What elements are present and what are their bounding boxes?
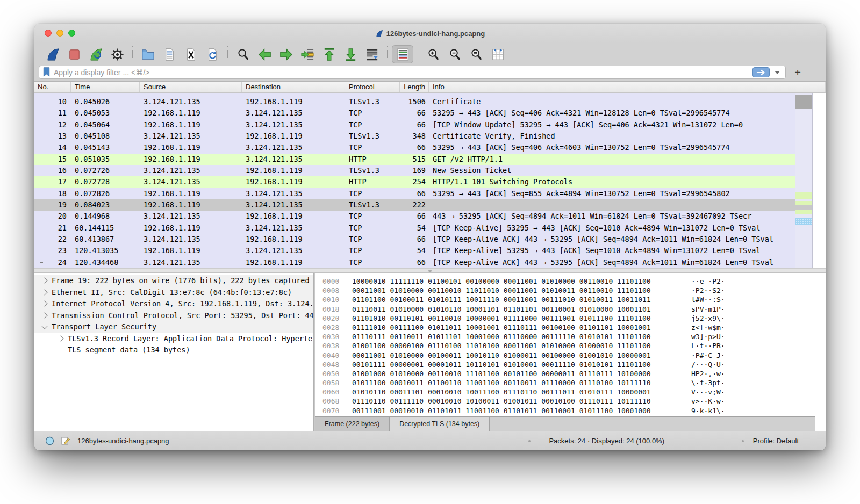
- expander-right-icon[interactable]: [41, 289, 47, 295]
- packet-cell-dst: 192.168.1.119: [242, 257, 345, 268]
- packet-row[interactable]: 160.0727263.124.121.135192.168.1.119TLSv…: [34, 165, 813, 176]
- column-header-source[interactable]: Source: [140, 82, 242, 92]
- packet-row[interactable]: 150.051035192.168.1.1193.124.121.135HTTP…: [34, 154, 813, 165]
- start-capture-button[interactable]: [42, 45, 63, 63]
- resize-columns-button[interactable]: [487, 45, 508, 63]
- byte-row[interactable]: 000010000010 11111110 01100101 00100000 …: [315, 277, 815, 286]
- byte-row[interactable]: 006001010110 00011101 00010010 10011100 …: [315, 387, 815, 397]
- detail-row[interactable]: Frame 19: 222 bytes on wire (1776 bits),…: [34, 275, 313, 287]
- packet-list-scrollbar[interactable]: [795, 93, 813, 268]
- packet-cell-time: 0.072728: [71, 176, 140, 188]
- byte-offset: 0040: [315, 351, 352, 360]
- stop-capture-icon: [67, 47, 82, 62]
- packet-row[interactable]: 2260.4138673.124.121.135192.168.1.119TCP…: [34, 234, 813, 245]
- apply-filter-button[interactable]: [752, 67, 770, 77]
- packet-cell-proto: TCP: [345, 257, 400, 268]
- go-back-button[interactable]: [254, 45, 275, 63]
- open-file-button[interactable]: [137, 45, 159, 63]
- packet-row[interactable]: 120.045064192.168.1.1193.124.121.135TCP6…: [34, 119, 813, 131]
- packet-row[interactable]: 24120.4344683.124.121.135192.168.1.119TC…: [34, 257, 813, 268]
- packet-cell-no: 11: [34, 107, 71, 119]
- detail-row[interactable]: TLSv1.3 Record Layer: Application Data P…: [34, 333, 313, 345]
- detail-row[interactable]: Ethernet II, Src: CalDigit_13:e7:8c (64:…: [34, 287, 313, 299]
- stop-capture-button[interactable]: [63, 45, 85, 63]
- column-header-protocol[interactable]: Protocol: [345, 82, 400, 92]
- byte-row[interactable]: 001001101100 00100011 01010111 10011110 …: [315, 295, 815, 304]
- find-packet-button[interactable]: [232, 45, 254, 63]
- detail-row[interactable]: Transport Layer Security: [34, 321, 313, 333]
- byte-row[interactable]: 007000111001 00010010 01101011 11001100 …: [315, 406, 815, 415]
- close-file-button[interactable]: [180, 45, 202, 63]
- go-to-packet-button[interactable]: [297, 45, 318, 63]
- tab-decrypted-tls[interactable]: Decrypted TLS (134 bytes): [390, 417, 490, 431]
- go-back-icon: [257, 47, 272, 62]
- go-bottom-button[interactable]: [340, 45, 361, 63]
- byte-row[interactable]: 002001101010 00110101 00110010 10000001 …: [315, 314, 815, 323]
- packet-cell-info: 53295 → 443 [ACK] Seq=855 Ack=4894 Win=1…: [429, 188, 813, 199]
- expander-right-icon[interactable]: [41, 312, 47, 318]
- column-header-info[interactable]: Info: [429, 82, 826, 92]
- packet-cell-time: 0.084023: [71, 199, 140, 211]
- byte-row[interactable]: 006801110110 00111110 00010010 10100011 …: [315, 397, 815, 406]
- capture-comment-pencil-icon[interactable]: [61, 436, 70, 445]
- apply-arrow-icon: [756, 69, 766, 76]
- byte-row[interactable]: 000800011001 01010000 00110010 11011010 …: [315, 286, 815, 295]
- expander-right-icon[interactable]: [58, 335, 63, 341]
- column-header-no[interactable]: No.: [34, 82, 71, 92]
- capture-options-button[interactable]: [106, 45, 128, 63]
- pane-splitter[interactable]: [34, 268, 826, 273]
- colorize-packets-button[interactable]: [392, 45, 413, 63]
- expert-info-icon[interactable]: [45, 436, 54, 445]
- column-header-destination[interactable]: Destination: [242, 82, 345, 92]
- go-top-button[interactable]: [318, 45, 340, 63]
- packet-row[interactable]: 130.0451083.124.121.135192.168.1.119TLSv…: [34, 131, 813, 142]
- statusbar-profile[interactable]: Profile: Default: [753, 431, 799, 450]
- packet-cell-no: 20: [34, 211, 71, 222]
- packet-row[interactable]: 190.084023192.168.1.1193.124.121.135TLSv…: [34, 199, 813, 211]
- byte-row[interactable]: 004000011001 01010000 00100011 10010110 …: [315, 351, 815, 360]
- packet-cell-src: 3.124.121.135: [140, 176, 242, 188]
- byte-row[interactable]: 004800101111 00000001 00001011 10110101 …: [315, 360, 815, 369]
- packet-row[interactable]: 110.045053192.168.1.1193.124.121.135TCP6…: [34, 107, 813, 119]
- zoom-reset-button[interactable]: [465, 45, 487, 63]
- go-forward-button[interactable]: [275, 45, 297, 63]
- byte-row[interactable]: 001801110011 01010000 01010110 10001101 …: [315, 305, 815, 314]
- packet-row[interactable]: 200.1449683.124.121.135192.168.1.119TCP6…: [34, 211, 813, 222]
- column-header-length[interactable]: Length: [400, 82, 429, 92]
- reload-file-button[interactable]: [202, 45, 223, 63]
- expander-down-icon[interactable]: [41, 323, 47, 329]
- tab-frame[interactable]: Frame (222 bytes): [315, 417, 390, 431]
- packet-row[interactable]: 90.0449813.124.121.135192.168.1.119TLSv1…: [34, 93, 813, 96]
- column-header-time[interactable]: Time: [71, 82, 140, 92]
- zoom-out-button[interactable]: [444, 45, 465, 63]
- packet-row[interactable]: 170.0727283.124.121.135192.168.1.119HTTP…: [34, 176, 813, 188]
- byte-row[interactable]: 003801001100 00000100 01110100 11010100 …: [315, 341, 815, 350]
- packet-row[interactable]: 180.072826192.168.1.1193.124.121.135TCP6…: [34, 188, 813, 199]
- restart-capture-button[interactable]: [85, 45, 106, 63]
- expander-right-icon[interactable]: [41, 300, 47, 306]
- packet-cell-src: 192.168.1.119: [140, 154, 242, 165]
- display-filter-input[interactable]: Apply a display filter ... <⌘/>: [39, 66, 786, 79]
- add-filter-button[interactable]: +: [791, 66, 804, 79]
- zoom-in-button[interactable]: [422, 45, 444, 63]
- packet-row[interactable]: 100.0450263.124.121.135192.168.1.119TLSv…: [34, 96, 813, 107]
- packet-row[interactable]: 23120.413035192.168.1.1193.124.121.135TC…: [34, 245, 813, 256]
- packet-row[interactable]: 140.045143192.168.1.1193.124.121.135TCP6…: [34, 142, 813, 153]
- detail-row[interactable]: Internet Protocol Version 4, Src: 192.16…: [34, 298, 313, 310]
- scrollbar-thumb[interactable]: [796, 95, 812, 109]
- filter-dropdown-caret[interactable]: [775, 71, 780, 74]
- byte-bits: 00101111 00000001 00001011 10110101 0101…: [352, 360, 651, 369]
- auto-scroll-button[interactable]: [361, 45, 383, 63]
- expander-right-icon[interactable]: [41, 277, 47, 283]
- detail-row[interactable]: TLS segment data (134 bytes): [34, 344, 313, 356]
- packet-row[interactable]: 2160.144115192.168.1.1193.124.121.135TCP…: [34, 222, 813, 234]
- filter-bookmark-icon[interactable]: [42, 67, 51, 77]
- save-file-button[interactable]: [159, 45, 180, 63]
- byte-row[interactable]: 005801011100 00010011 01100110 11001100 …: [315, 378, 815, 387]
- byte-row[interactable]: 003001110111 00110011 01011101 10001000 …: [315, 332, 815, 341]
- byte-row[interactable]: 005001001000 01010000 00110010 11101100 …: [315, 369, 815, 378]
- detail-row[interactable]: Transmission Control Protocol, Src Port:…: [34, 310, 313, 322]
- byte-row[interactable]: 002801111010 00111100 01011011 10001001 …: [315, 323, 815, 332]
- go-forward-icon: [279, 47, 293, 62]
- resize-columns-icon: [491, 47, 505, 62]
